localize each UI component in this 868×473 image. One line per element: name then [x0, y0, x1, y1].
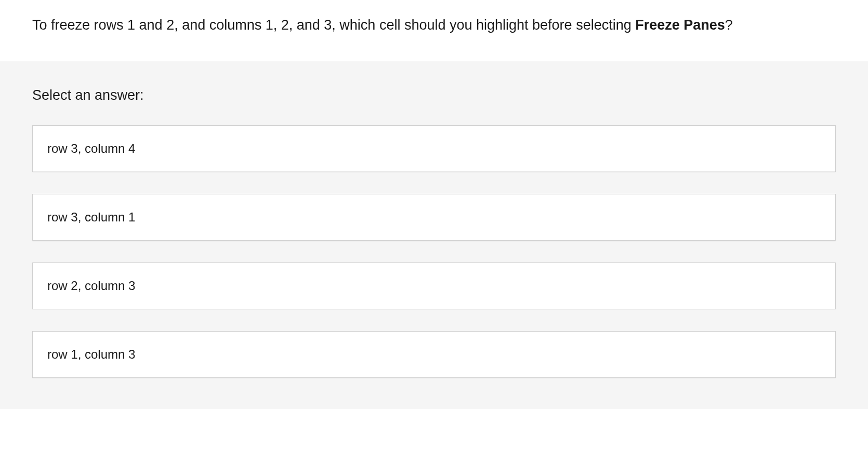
answers-prompt: Select an answer: — [32, 87, 836, 103]
question-section: To freeze rows 1 and 2, and columns 1, 2… — [0, 0, 868, 61]
answer-option-4[interactable]: row 1, column 3 — [32, 331, 836, 378]
answers-section: Select an answer: row 3, column 4 row 3,… — [0, 61, 868, 409]
question-bold-term: Freeze Panes — [635, 17, 725, 33]
question-suffix: ? — [725, 17, 733, 33]
answer-option-2[interactable]: row 3, column 1 — [32, 194, 836, 241]
answer-option-label: row 3, column 4 — [47, 141, 135, 155]
answer-option-label: row 1, column 3 — [47, 347, 135, 361]
answer-option-1[interactable]: row 3, column 4 — [32, 125, 836, 172]
question-prefix: To freeze rows 1 and 2, and columns 1, 2… — [32, 17, 635, 33]
answer-option-label: row 2, column 3 — [47, 279, 135, 293]
answer-option-label: row 3, column 1 — [47, 210, 135, 224]
answer-option-3[interactable]: row 2, column 3 — [32, 262, 836, 309]
question-text: To freeze rows 1 and 2, and columns 1, 2… — [32, 15, 836, 36]
